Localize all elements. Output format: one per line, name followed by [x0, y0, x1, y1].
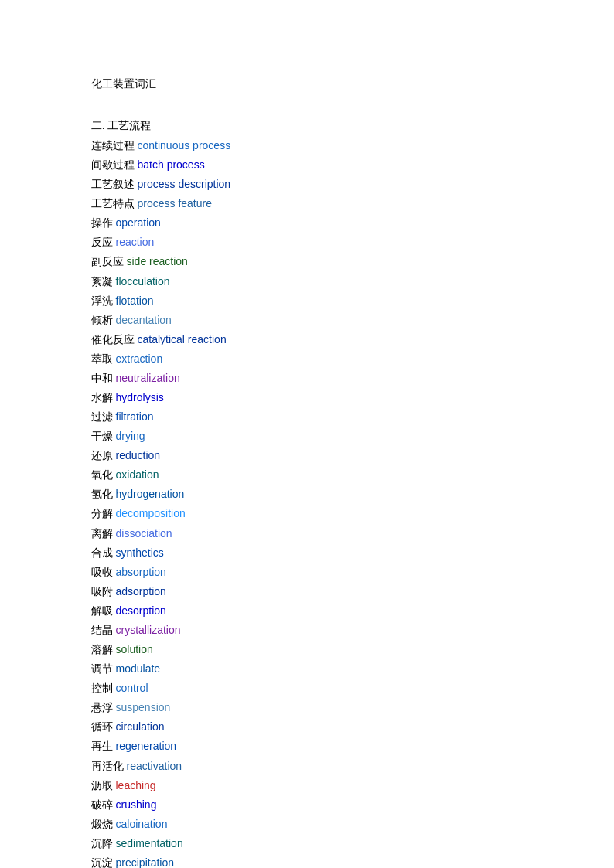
list-item: 操作 operation	[91, 213, 614, 233]
list-item: 工艺特点 process feature	[91, 194, 614, 213]
chinese-term: 萃取	[91, 353, 116, 365]
chinese-term: 过滤	[91, 411, 116, 423]
english-term: oxidation	[116, 468, 159, 481]
list-item: 分解 decomposition	[91, 504, 614, 523]
chinese-term: 吸附	[91, 586, 116, 597]
chinese-term: 再活化	[91, 761, 127, 772]
chinese-term: 调节	[91, 663, 116, 675]
chinese-term: 操作	[91, 217, 116, 229]
chinese-term: 氢化	[91, 488, 116, 500]
list-item: 吸收 absorption	[91, 563, 614, 582]
page-title: 化工装置词汇	[91, 77, 614, 91]
list-item: 煅烧 caloination	[91, 815, 614, 834]
english-term: absorption	[116, 566, 166, 578]
chinese-term: 水解	[91, 392, 116, 403]
list-item: 过滤 filtration	[91, 407, 614, 427]
list-item: 还原 reduction	[91, 446, 614, 465]
chinese-term: 循环	[91, 721, 116, 733]
chinese-term: 絮凝	[91, 276, 116, 288]
english-term: sedimentation	[116, 837, 183, 849]
english-term: filtration	[116, 410, 154, 423]
list-item: 循环 circulation	[91, 717, 614, 737]
list-item: 干燥 drying	[91, 427, 614, 446]
english-term: decomposition	[116, 507, 186, 519]
chinese-term: 催化反应	[91, 334, 138, 345]
list-item: 沉降 sedimentation	[91, 834, 614, 853]
chinese-term: 浮洗	[91, 295, 116, 307]
english-term: continuous process	[138, 139, 231, 151]
chinese-term: 再生	[91, 740, 116, 752]
chinese-term: 沉淀	[91, 857, 116, 868]
list-item: 氧化 oxidation	[91, 465, 614, 485]
chinese-term: 吸收	[91, 567, 116, 578]
list-item: 浮洗 flotation	[91, 291, 614, 311]
english-term: hydrolysis	[116, 391, 164, 403]
english-term: caloination	[116, 818, 168, 830]
english-term: solution	[116, 643, 153, 655]
english-term: control	[116, 682, 148, 694]
english-term: neutralization	[116, 372, 180, 384]
chinese-term: 干燥	[91, 431, 116, 442]
list-item: 调节 modulate	[91, 659, 614, 679]
chinese-term: 沥取	[91, 780, 116, 791]
english-term: crystallization	[116, 624, 181, 636]
chinese-term: 氧化	[91, 469, 116, 481]
list-item: 再生 regeneration	[91, 737, 614, 756]
list-item: 中和 neutralization	[91, 369, 614, 388]
list-item: 沉淀 precipitation	[91, 853, 614, 868]
english-term: extraction	[116, 352, 163, 365]
list-item: 水解 hydrolysis	[91, 388, 614, 407]
chinese-term: 分解	[91, 508, 116, 519]
english-term: flotation	[116, 294, 154, 307]
english-term: process description	[138, 178, 231, 190]
chinese-term: 间歇过程	[91, 159, 138, 171]
chinese-term: 解吸	[91, 605, 116, 617]
english-term: desorption	[116, 604, 166, 617]
english-term: hydrogenation	[116, 488, 185, 500]
list-item: 解吸 desorption	[91, 601, 614, 621]
chinese-term: 连续过程	[91, 140, 138, 151]
english-term: synthetics	[116, 546, 164, 559]
chinese-term: 悬浮	[91, 702, 116, 713]
english-term: regeneration	[116, 740, 177, 752]
english-term: reduction	[116, 449, 161, 461]
list-item: 再活化 reactivation	[91, 757, 614, 776]
english-term: adsorption	[116, 585, 166, 597]
chinese-term: 倾析	[91, 315, 116, 326]
chinese-term: 反应	[91, 237, 116, 248]
english-term: leaching	[116, 779, 156, 791]
list-item: 破碎 crushing	[91, 795, 614, 815]
english-term: flocculation	[116, 275, 170, 288]
english-term: operation	[116, 216, 161, 229]
english-term: modulate	[116, 662, 161, 675]
english-term: process feature	[138, 197, 213, 209]
list-item: 反应 reaction	[91, 233, 614, 252]
list-item: 结晶 crystallization	[91, 621, 614, 640]
english-term: reaction	[116, 236, 155, 248]
chinese-term: 沉降	[91, 838, 116, 849]
list-item: 间歇过程 batch process	[91, 155, 614, 175]
english-term: batch process	[138, 158, 205, 171]
section-title: 二. 工艺流程	[91, 119, 614, 133]
chinese-term: 工艺特点	[91, 198, 138, 209]
list-item: 沥取 leaching	[91, 776, 614, 795]
chinese-term: 合成	[91, 547, 116, 559]
list-item: 溶解 solution	[91, 640, 614, 659]
english-term: crushing	[116, 798, 157, 811]
english-term: dissociation	[116, 527, 172, 540]
chinese-term: 离解	[91, 528, 116, 540]
list-item: 连续过程 continuous process	[91, 136, 614, 155]
english-term: catalytical reaction	[138, 333, 227, 345]
english-term: drying	[116, 430, 145, 442]
list-item: 絮凝 flocculation	[91, 272, 614, 291]
list-item: 控制 control	[91, 679, 614, 698]
list-item: 合成 synthetics	[91, 543, 614, 563]
list-item: 工艺叙述 process description	[91, 175, 614, 194]
english-term: side reaction	[127, 255, 188, 267]
chinese-term: 还原	[91, 450, 116, 461]
list-item: 倾析 decantation	[91, 311, 614, 330]
chinese-term: 溶解	[91, 644, 116, 655]
english-term: decantation	[116, 314, 172, 326]
chinese-term: 煅烧	[91, 819, 116, 830]
english-term: circulation	[116, 720, 165, 733]
